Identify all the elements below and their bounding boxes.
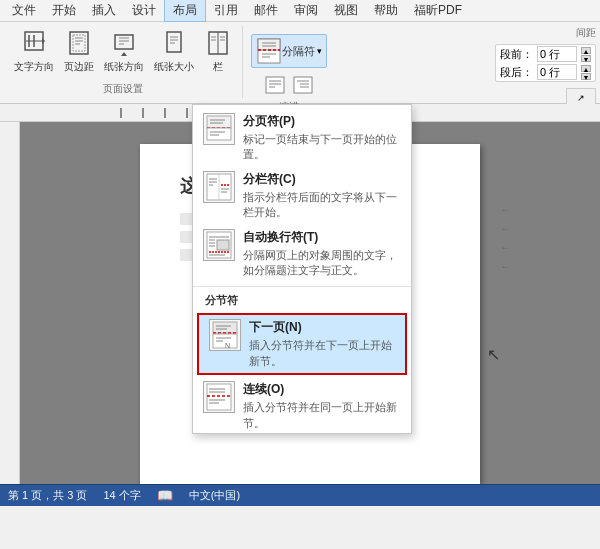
- spacing-before-up[interactable]: ▲: [581, 47, 591, 54]
- wrap-break-icon: [265, 76, 285, 94]
- ribbon-spacing: 间距 段前： ▲ ▼ 段后： ▲ ▼ ↗: [495, 26, 596, 108]
- page-setup-group-label: 页面设置: [103, 82, 143, 96]
- menu-layout[interactable]: 布局: [164, 0, 206, 22]
- spacing-after-up[interactable]: ▲: [581, 65, 591, 72]
- continuous-item[interactable]: 连续(O) 插入分节符并在同一页上开始新节。: [193, 377, 411, 429]
- next-page-desc: 插入分节符并在下一页上开始新节。: [249, 338, 395, 369]
- status-page: 第 1 页，共 3 页: [8, 488, 87, 503]
- svg-rect-10: [115, 35, 133, 49]
- status-book: 📖: [157, 488, 173, 503]
- spacing-after-down[interactable]: ▼: [581, 73, 591, 80]
- spacing-before-input[interactable]: [537, 46, 577, 62]
- svg-marker-14: [121, 52, 127, 56]
- svg-rect-42: [207, 128, 231, 140]
- separator-label: 分隔符: [282, 44, 315, 59]
- svg-rect-40: [207, 116, 231, 128]
- column-break-icon: [203, 171, 235, 203]
- continuous-title: 连续(O): [243, 381, 401, 398]
- svg-rect-26: [258, 39, 280, 50]
- book-icon: 📖: [157, 488, 173, 503]
- separator-dropdown: 分页符(P) 标记一页结束与下一页开始的位置。 分栏符(C): [192, 104, 412, 434]
- svg-rect-32: [266, 77, 284, 93]
- ruler-mark-4: [186, 108, 188, 118]
- vertical-ruler: [0, 122, 20, 484]
- page-break-title: 分页符(P): [243, 113, 401, 130]
- ruler-mark-2: [142, 108, 144, 118]
- menu-foxitpdf[interactable]: 福昕PDF: [406, 0, 470, 21]
- continuous-desc: 插入分节符并在同一页上开始新节。: [243, 400, 401, 429]
- status-bar: 第 1 页，共 3 页 14 个字 📖 中文(中国): [0, 484, 600, 506]
- text-wrap-text: 自动换行符(T) 分隔网页上的对象周围的文字，如分隔题注文字与正文。: [243, 229, 401, 279]
- mouse-cursor: ↖: [487, 345, 500, 364]
- next-page-text: 下一页(N) 插入分节符并在下一页上开始新节。: [249, 319, 395, 369]
- margin-icon: [68, 30, 90, 58]
- continuous-icon: [203, 381, 235, 413]
- page-info: 第 1 页，共 3 页: [8, 488, 87, 503]
- svg-rect-6: [73, 35, 85, 51]
- wrap-break-button[interactable]: [262, 74, 288, 96]
- columns-label: 栏: [213, 60, 223, 74]
- ruler-mark: [120, 108, 122, 118]
- spacing-before-row: 段前： ▲ ▼: [496, 45, 595, 63]
- text-wrap-desc: 分隔网页上的对象周围的文字，如分隔题注文字与正文。: [243, 248, 401, 279]
- indent-icon: [293, 76, 313, 94]
- paper-direction-label: 纸张方向: [104, 60, 144, 74]
- ruler-mark-3: [164, 108, 166, 118]
- page-break-item[interactable]: 分页符(P) 标记一页结束与下一页开始的位置。: [193, 109, 411, 167]
- column-break-title: 分栏符(C): [243, 171, 401, 188]
- menu-review[interactable]: 审阅: [286, 0, 326, 21]
- paper-direction-button[interactable]: 纸张方向: [100, 28, 148, 76]
- margin-indicators: ← ← ← ←: [500, 204, 510, 272]
- dropdown-scroll-area: 分页符(P) 标记一页结束与下一页开始的位置。 分栏符(C): [193, 109, 411, 429]
- text-wrap-item[interactable]: 自动换行符(T) 分隔网页上的对象周围的文字，如分隔题注文字与正文。: [193, 225, 411, 283]
- menu-mailings[interactable]: 邮件: [246, 0, 286, 21]
- column-break-desc: 指示分栏符后面的文字将从下一栏开始。: [243, 190, 401, 221]
- page-break-text: 分页符(P) 标记一页结束与下一页开始的位置。: [243, 113, 401, 163]
- menu-references[interactable]: 引用: [206, 0, 246, 21]
- columns-icon: [207, 30, 229, 58]
- text-direction-button[interactable]: 文字方向: [10, 28, 58, 76]
- page-break-desc: 标记一页结束与下一页开始的位置。: [243, 132, 401, 163]
- menu-help[interactable]: 帮助: [366, 0, 406, 21]
- next-page-title: 下一页(N): [249, 319, 395, 336]
- menu-file[interactable]: 文件: [4, 0, 44, 21]
- menu-insert[interactable]: 插入: [84, 0, 124, 21]
- language-info: 中文(中国): [189, 488, 240, 503]
- separator-arrow: ▾: [317, 46, 322, 56]
- ribbon: 文字方向 页边距: [0, 22, 600, 104]
- margin-button[interactable]: 页边距: [60, 28, 98, 76]
- svg-rect-63: [213, 322, 237, 333]
- indent-button[interactable]: [290, 74, 316, 96]
- text-direction-label: 文字方向: [14, 60, 54, 74]
- columns-button[interactable]: 栏: [200, 28, 236, 76]
- paper-size-button[interactable]: 纸张大小: [150, 28, 198, 76]
- ribbon-group-page-setup: 文字方向 页边距: [4, 26, 243, 98]
- text-direction-icon: [23, 30, 45, 58]
- spacing-before-label: 段前：: [500, 47, 533, 62]
- menu-bar: 文件 开始 插入 设计 布局 引用 邮件 审阅 视图 帮助 福昕PDF: [0, 0, 600, 22]
- spacing-controls: 段前： ▲ ▼ 段后： ▲ ▼: [495, 44, 596, 82]
- svg-rect-36: [294, 77, 312, 93]
- next-page-item[interactable]: N 下一页(N) 插入分节符并在下一页上开始新节。: [197, 313, 407, 375]
- text-wrap-icon: [203, 229, 235, 261]
- spacing-after-row: 段后： ▲ ▼: [496, 63, 595, 81]
- menu-design[interactable]: 设计: [124, 0, 164, 21]
- section-break-header: 分节符: [193, 286, 411, 311]
- separator-button[interactable]: 分隔符 ▾: [251, 34, 327, 68]
- spacing-after-input[interactable]: [537, 64, 577, 80]
- ribbon-page-setup-buttons: 文字方向 页边距: [10, 28, 236, 76]
- text-wrap-title: 自动换行符(T): [243, 229, 401, 246]
- next-page-icon: N: [209, 319, 241, 351]
- spacing-before-down[interactable]: ▼: [581, 55, 591, 62]
- column-break-item[interactable]: 分栏符(C) 指示分栏符后面的文字将从下一栏开始。: [193, 167, 411, 225]
- paper-size-label: 纸张大小: [154, 60, 194, 74]
- svg-rect-15: [167, 32, 181, 52]
- menu-home[interactable]: 开始: [44, 0, 84, 21]
- char-count: 14 个字: [103, 488, 140, 503]
- paper-direction-icon: [113, 30, 135, 58]
- margin-label: 页边距: [64, 60, 94, 74]
- spacing-label: 间距: [495, 26, 596, 40]
- status-chars: 14 个字: [103, 488, 140, 503]
- menu-view[interactable]: 视图: [326, 0, 366, 21]
- spacing-after-label: 段后：: [500, 65, 533, 80]
